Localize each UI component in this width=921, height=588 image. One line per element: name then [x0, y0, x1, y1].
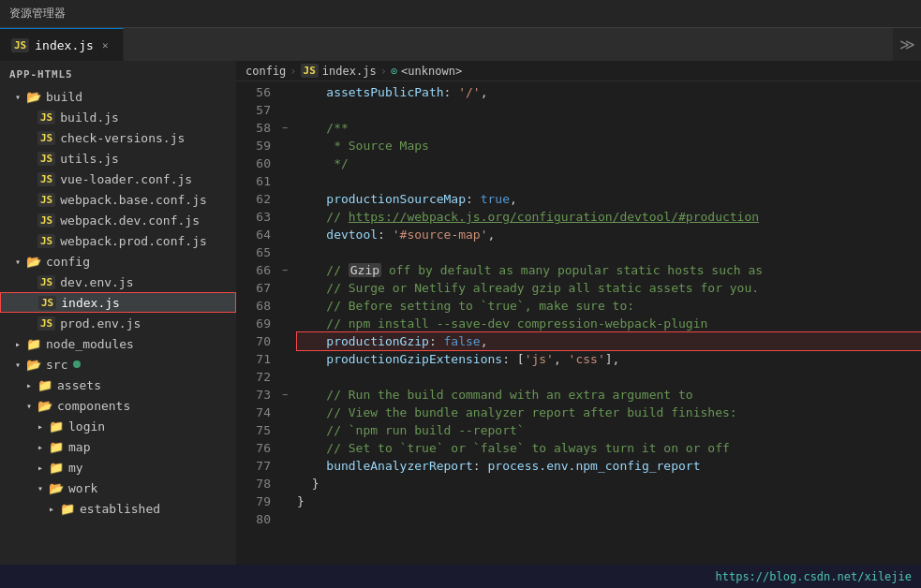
tree-item-webpack-prod[interactable]: JSwebpack.prod.conf.js — [0, 230, 236, 251]
fold-gutter-item — [278, 332, 291, 350]
line-number: 69 — [236, 315, 271, 332]
tree-item-label: prod.env.js — [60, 316, 141, 331]
code-line: */ — [297, 154, 921, 172]
code-lines[interactable]: assetsPublicPath: '/', /** * Source Maps… — [291, 81, 921, 565]
tree-item-index-js-file[interactable]: JSindex.js — [0, 292, 236, 313]
tree-item-vue-loader[interactable]: JSvue-loader.conf.js — [0, 169, 236, 189]
line-number: 75 — [236, 421, 271, 439]
fold-gutter-item — [278, 350, 291, 368]
sidebar-header: APP-HTML5 — [0, 61, 236, 86]
line-number: 62 — [236, 190, 271, 208]
tab-index-js[interactable]: JS index.js ✕ — [0, 28, 124, 61]
code-line — [297, 172, 921, 190]
tree-item-webpack-dev[interactable]: JSwebpack.dev.conf.js — [0, 210, 236, 230]
code-line — [297, 510, 921, 528]
watermark-url: https://blog.csdn.net/xilejie — [715, 570, 912, 583]
fold-gutter-item — [278, 190, 291, 208]
tree-item-label: index.js — [61, 296, 120, 310]
fold-gutter-item — [278, 315, 291, 332]
breadcrumb-symbol-icon: ⊙ — [391, 65, 397, 78]
tree-item-build[interactable]: ▾📂build — [0, 86, 236, 107]
fold-gutter-item — [278, 243, 291, 261]
editor-content[interactable]: 5657585960616263646566676869707172737475… — [236, 81, 921, 565]
dot-badge — [73, 360, 81, 368]
tree-item-label: check-versions.js — [60, 131, 185, 145]
chevron-icon: ▸ — [22, 380, 36, 390]
sidebar: APP-HTML5 ▾📂buildJSbuild.jsJScheck-versi… — [0, 61, 236, 565]
fold-gutter-item[interactable]: − — [278, 261, 291, 279]
folder-icon: 📁 — [49, 440, 64, 454]
tree-item-prod-env[interactable]: JSprod.env.js — [0, 313, 236, 333]
main-area: APP-HTML5 ▾📂buildJSbuild.jsJScheck-versi… — [0, 61, 921, 565]
tree-item-label: config — [46, 255, 90, 269]
folder-icon: 📁 — [26, 337, 41, 351]
tree-item-label: assets — [57, 378, 101, 392]
js-file-icon: JS — [37, 172, 55, 186]
js-file-icon: JS — [38, 296, 56, 310]
tree-item-webpack-base[interactable]: JSwebpack.base.conf.js — [0, 189, 236, 210]
code-line: // Set to `true` or `false` to always tu… — [297, 439, 921, 457]
fold-gutter-item — [278, 492, 291, 510]
chevron-icon: ▾ — [34, 483, 47, 493]
code-line: devtool: '#source-map', — [297, 226, 921, 243]
folder-icon: 📁 — [49, 419, 64, 434]
code-line — [297, 101, 921, 119]
code-line — [297, 368, 921, 386]
tree-item-work[interactable]: ▾📂work — [0, 478, 236, 498]
tree-item-components[interactable]: ▾📂components — [0, 395, 236, 416]
tree-item-assets[interactable]: ▸📁assets — [0, 375, 236, 395]
tree-item-config[interactable]: ▾📂config — [0, 251, 236, 272]
js-file-icon: JS — [37, 110, 55, 125]
tree-item-established[interactable]: ▸📁established — [0, 498, 236, 519]
tree-item-label: build — [46, 90, 82, 104]
js-file-icon: JS — [37, 131, 55, 145]
line-number: 74 — [236, 404, 271, 421]
tree-item-map[interactable]: ▸📁map — [0, 436, 236, 457]
chevron-icon: ▸ — [34, 442, 47, 452]
js-file-icon: JS — [37, 193, 55, 207]
code-line: productionSourceMap: true, — [297, 190, 921, 208]
tree-item-login[interactable]: ▸📁login — [0, 416, 236, 436]
tree-item-build-js[interactable]: JSbuild.js — [0, 107, 236, 127]
collapse-panel-button[interactable]: ≫ — [893, 28, 921, 61]
chevron-icon: ▸ — [34, 421, 47, 432]
line-number: 59 — [236, 137, 271, 154]
tree-item-src[interactable]: ▾📂src — [0, 354, 236, 375]
line-number: 57 — [236, 101, 271, 119]
fold-gutter-item — [278, 208, 291, 226]
breadcrumb-config[interactable]: config — [245, 65, 286, 78]
tree-item-node-modules[interactable]: ▸📁node_modules — [0, 333, 236, 354]
line-number: 71 — [236, 350, 271, 368]
code-line: // Surge or Netlify already gzip all sta… — [297, 279, 921, 297]
js-file-icon: JS — [37, 234, 55, 248]
tree-item-label: components — [57, 399, 130, 413]
top-bar: 资源管理器 — [0, 0, 921, 28]
tree-item-label: work — [68, 481, 97, 495]
tree-item-label: dev.env.js — [60, 275, 133, 289]
fold-gutter-item[interactable]: − — [278, 119, 291, 137]
fold-gutter-item[interactable]: − — [278, 386, 291, 404]
breadcrumb-symbol[interactable]: <unknown> — [401, 65, 462, 78]
fold-gutter-item — [278, 510, 291, 528]
fold-gutter-item — [278, 172, 291, 190]
fold-gutter-item — [278, 154, 291, 172]
tree-item-my[interactable]: ▸📁my — [0, 457, 236, 478]
tree-item-label: webpack.prod.conf.js — [60, 234, 207, 248]
code-line: // https://webpack.js.org/configuration/… — [297, 208, 921, 226]
breadcrumb-bar: config › JS index.js › ⊙ <unknown> — [236, 61, 921, 81]
tree-item-utils[interactable]: JSutils.js — [0, 148, 236, 169]
code-line: } — [297, 475, 921, 492]
line-number: 58 — [236, 119, 271, 137]
tree-item-check-versions[interactable]: JScheck-versions.js — [0, 127, 236, 148]
folder-icon: 📂 — [26, 90, 41, 104]
code-line: // Run the build command with an extra a… — [297, 386, 921, 404]
tree-item-dev-env[interactable]: JSdev.env.js — [0, 272, 236, 292]
tab-close-button[interactable]: ✕ — [99, 37, 111, 53]
fold-gutter: −−− — [278, 81, 291, 565]
folder-icon: 📂 — [49, 481, 64, 495]
code-line: } — [297, 492, 921, 510]
folder-icon: 📂 — [26, 255, 41, 269]
breadcrumb-js-icon: JS — [301, 64, 319, 78]
breadcrumb-file[interactable]: index.js — [322, 65, 377, 78]
file-tree: ▾📂buildJSbuild.jsJScheck-versions.jsJSut… — [0, 86, 236, 519]
